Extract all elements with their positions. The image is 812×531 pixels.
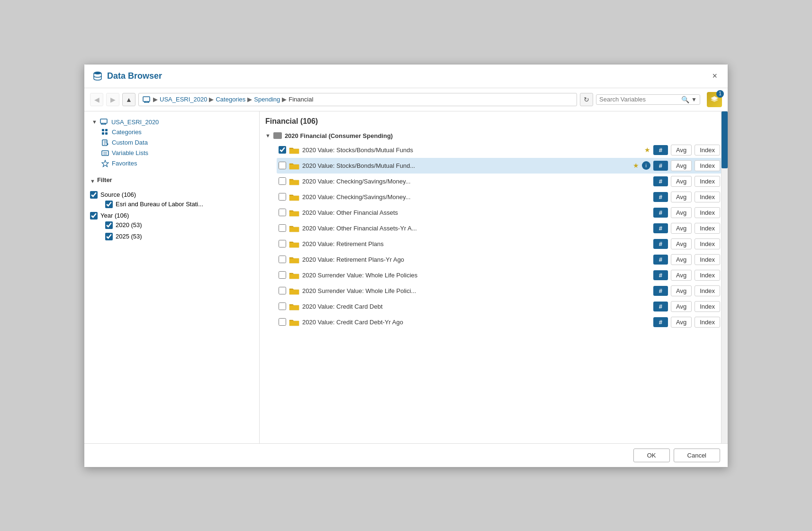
- row-checkbox-10[interactable]: [279, 302, 286, 310]
- avg-button-3[interactable]: Avg: [671, 192, 692, 202]
- tree-item-custom-data[interactable]: Custom Data: [99, 137, 253, 148]
- list-icon: [101, 149, 109, 157]
- hash-button-10[interactable]: #: [653, 302, 668, 311]
- hash-button-11[interactable]: #: [653, 317, 668, 327]
- index-button-11[interactable]: Index: [695, 317, 720, 328]
- data-row-1: 2020 Value: Stocks/Bonds/Mutual Fund...★…: [277, 158, 722, 174]
- hash-button-2[interactable]: #: [653, 176, 668, 186]
- back-button[interactable]: ◀: [90, 93, 103, 106]
- index-button-2[interactable]: Index: [695, 176, 720, 187]
- data-row-5: 2020 Value: Other Financial Assets-Yr A.…: [277, 220, 722, 236]
- svg-point-0: [94, 72, 101, 74]
- forward-button[interactable]: ▶: [106, 93, 119, 106]
- tree-item-variable-lists[interactable]: Variable Lists: [99, 148, 253, 158]
- row-checkbox-2[interactable]: [279, 177, 286, 185]
- filter-year-2025-checkbox[interactable]: [105, 233, 113, 240]
- index-button-10[interactable]: Index: [695, 301, 720, 312]
- hash-button-6[interactable]: #: [653, 239, 668, 249]
- hash-button-4[interactable]: #: [653, 208, 668, 218]
- tree-label-categories: Categories: [112, 128, 142, 136]
- refresh-button[interactable]: ↻: [580, 93, 593, 106]
- index-button-6[interactable]: Index: [695, 238, 720, 249]
- star-icon-1[interactable]: ★: [633, 162, 639, 169]
- info-icon-1[interactable]: i: [642, 161, 650, 170]
- hash-button-5[interactable]: #: [653, 223, 668, 233]
- row-checkbox-11[interactable]: [279, 318, 286, 326]
- folder-icon-8: [289, 271, 299, 279]
- group-arrow[interactable]: ▼: [265, 133, 271, 138]
- ok-button[interactable]: OK: [633, 449, 670, 462]
- hash-button-3[interactable]: #: [653, 192, 668, 202]
- index-button-7[interactable]: Index: [695, 254, 720, 265]
- grid-icon: [101, 128, 109, 136]
- avg-button-4[interactable]: Avg: [671, 207, 692, 218]
- title-bar: Data Browser ×: [84, 64, 728, 88]
- breadcrumb-categories[interactable]: Categories: [216, 96, 245, 103]
- filter-year-label: Year (106): [100, 212, 129, 219]
- index-button-3[interactable]: Index: [695, 192, 720, 202]
- hash-button-0[interactable]: #: [653, 145, 668, 155]
- avg-button-8[interactable]: Avg: [671, 270, 692, 281]
- index-button-9[interactable]: Index: [695, 285, 720, 296]
- row-checkbox-0[interactable]: [279, 146, 286, 154]
- tree-item-categories[interactable]: Categories: [99, 127, 253, 137]
- avg-button-11[interactable]: Avg: [671, 317, 692, 328]
- filter-year-checkbox[interactable]: [90, 212, 98, 220]
- row-checkbox-4[interactable]: [279, 209, 286, 216]
- index-button-4[interactable]: Index: [695, 207, 720, 218]
- filter-year-2020-checkbox[interactable]: [105, 221, 113, 229]
- index-button-8[interactable]: Index: [695, 270, 720, 281]
- tree-root[interactable]: ▼ USA_ESRI_2020: [90, 117, 253, 127]
- data-browser-dialog: Data Browser × ◀ ▶ ▲ ▶ USA_ESRI_2020 ▶ C…: [84, 64, 728, 467]
- avg-button-6[interactable]: Avg: [671, 238, 692, 249]
- row-label-6: 2020 Value: Retirement Plans: [302, 240, 650, 247]
- database-icon: [92, 70, 103, 82]
- star-icon-0[interactable]: ★: [644, 146, 650, 154]
- data-row-2: 2020 Value: Checking/Savings/Money...#Av…: [277, 174, 722, 189]
- breadcrumb-spending[interactable]: Spending: [254, 96, 280, 103]
- avg-button-9[interactable]: Avg: [671, 285, 692, 296]
- search-input[interactable]: [599, 96, 679, 103]
- filter-year-2020-label: 2020 (53): [116, 221, 142, 229]
- row-checkbox-1[interactable]: [279, 162, 286, 169]
- avg-button-2[interactable]: Avg: [671, 176, 692, 187]
- row-checkbox-7[interactable]: [279, 256, 286, 263]
- avg-button-1[interactable]: Avg: [671, 160, 692, 171]
- avg-button-5[interactable]: Avg: [671, 223, 692, 234]
- row-checkbox-9[interactable]: [279, 287, 286, 294]
- data-row-9: 2020 Surrender Value: Whole Life Polici.…: [277, 283, 722, 299]
- scrollbar-thumb[interactable]: [722, 111, 728, 168]
- avg-button-0[interactable]: Avg: [671, 145, 692, 156]
- row-label-7: 2020 Value: Retirement Plans-Yr Ago: [302, 256, 650, 263]
- row-label-2: 2020 Value: Checking/Savings/Money...: [302, 178, 650, 185]
- tree-item-favorites[interactable]: Favorites: [99, 158, 253, 169]
- index-button-0[interactable]: Index: [695, 145, 720, 156]
- filter-source-checkbox[interactable]: [90, 191, 98, 199]
- scrollbar-track[interactable]: [721, 111, 728, 443]
- hash-button-9[interactable]: #: [653, 286, 668, 296]
- layer-count-badge: 1: [716, 90, 724, 98]
- close-button[interactable]: ×: [709, 70, 720, 82]
- up-button[interactable]: ▲: [122, 93, 135, 106]
- svg-rect-1: [143, 97, 150, 101]
- hash-button-1[interactable]: #: [653, 161, 668, 171]
- group-label: 2020 Financial (Consumer Spending): [285, 132, 393, 139]
- index-button-1[interactable]: Index: [695, 160, 720, 171]
- filter-source-child-checkbox[interactable]: [105, 201, 113, 208]
- avg-button-10[interactable]: Avg: [671, 301, 692, 312]
- breadcrumb-root[interactable]: USA_ESRI_2020: [160, 96, 207, 103]
- row-label-11: 2020 Value: Credit Card Debt-Yr Ago: [302, 319, 650, 326]
- hash-button-8[interactable]: #: [653, 270, 668, 280]
- tree-label-variable-lists: Variable Lists: [112, 149, 148, 156]
- cancel-button[interactable]: Cancel: [674, 449, 720, 462]
- avg-button-7[interactable]: Avg: [671, 254, 692, 265]
- hash-button-7[interactable]: #: [653, 255, 668, 265]
- row-checkbox-5[interactable]: [279, 224, 286, 232]
- row-checkbox-8[interactable]: [279, 271, 286, 279]
- tree-children: Categories Custom Data: [99, 127, 253, 169]
- row-checkbox-3[interactable]: [279, 193, 286, 201]
- search-dropdown-icon[interactable]: ▼: [691, 96, 697, 103]
- data-row-0: 2020 Value: Stocks/Bonds/Mutual Funds★#A…: [277, 142, 722, 158]
- index-button-5[interactable]: Index: [695, 223, 720, 234]
- row-checkbox-6[interactable]: [279, 240, 286, 247]
